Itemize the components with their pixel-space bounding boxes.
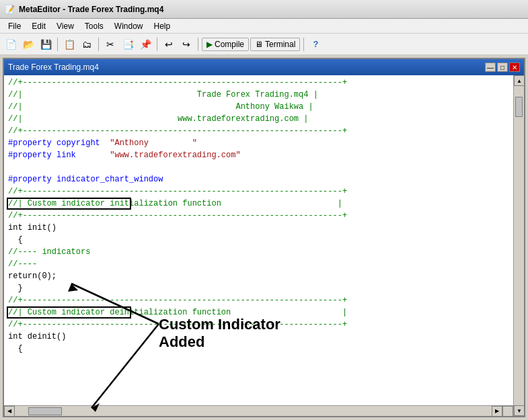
terminal-label: Terminal xyxy=(265,40,295,49)
code-line: } xyxy=(4,282,513,294)
code-line: //+-------------------------------------… xyxy=(4,77,513,89)
string-span: "www.tradeforextrading.com" xyxy=(110,149,240,161)
vertical-scrollbar[interactable]: ▲ ▼ xyxy=(513,75,524,416)
scrollbar-v-thumb[interactable] xyxy=(515,97,523,117)
copy-button[interactable]: 📑 xyxy=(120,36,136,52)
code-line: #property link "www.tradeforextrading.co… xyxy=(4,149,513,161)
properties-button[interactable]: 🗂 xyxy=(79,36,95,52)
app-icon: 📝 xyxy=(4,4,15,15)
document-window: Trade Forex Trading.mq4 — □ ✕ //+-------… xyxy=(3,58,525,417)
code-line: //+-------------------------------------… xyxy=(4,294,513,306)
code-line: return(0); xyxy=(4,270,513,282)
menu-window[interactable]: Window xyxy=(109,20,149,32)
doc-close-button[interactable]: ✕ xyxy=(509,62,520,72)
code-line: //| Anthony Waikwa | xyxy=(4,101,513,113)
doc-maximize-button[interactable]: □ xyxy=(497,62,508,72)
keyword-span: #property copyright xyxy=(8,137,110,149)
menu-file[interactable]: File xyxy=(3,20,26,32)
string-span: "Anthony " xyxy=(110,137,197,149)
code-line: int deinit() xyxy=(4,331,513,343)
scroll-right-button[interactable]: ▶ xyxy=(492,406,502,417)
scrollbar-h-track xyxy=(15,406,492,416)
compile-label: Compile xyxy=(215,40,244,49)
title-bar: 📝 MetaEditor - Trade Forex Trading.mq4 xyxy=(0,0,528,19)
scrollbar-corner xyxy=(502,406,513,417)
redo-button[interactable]: ↪ xyxy=(178,36,194,52)
code-line: #property indicator_chart_window xyxy=(4,173,513,185)
toolbar: 📄 📂 💾 📋 🗂 ✂ 📑 📌 ↩ ↪ ▶ Compile 🖥 Terminal… xyxy=(0,34,528,55)
code-line: //---- xyxy=(4,258,513,270)
code-line: { xyxy=(4,343,513,355)
code-line: //+-------------------------------------… xyxy=(4,185,513,198)
scrollbar-v-track xyxy=(514,86,524,405)
scroll-down-button[interactable]: ▼ xyxy=(514,405,524,416)
compile-icon: ▶ xyxy=(206,40,213,49)
code-line: //| Custom indicator deinitialization fu… xyxy=(4,306,513,319)
app-title: MetaEditor - Trade Forex Trading.mq4 xyxy=(19,5,163,14)
code-line xyxy=(4,161,513,173)
code-line: //---- indicators xyxy=(4,246,513,258)
keyword-span: #property indicator_chart_window xyxy=(8,173,163,185)
code-wrapper: //+-------------------------------------… xyxy=(4,75,513,416)
code-line: //+-------------------------------------… xyxy=(4,319,513,331)
save-button[interactable]: 💾 xyxy=(38,36,54,52)
undo-button[interactable]: ↩ xyxy=(161,36,177,52)
new-file-button[interactable]: 📄 xyxy=(3,36,19,52)
open-file-button[interactable]: 📂 xyxy=(20,36,36,52)
code-line: //+-------------------------------------… xyxy=(4,125,513,137)
toolbar-separator-3 xyxy=(157,38,157,51)
menu-bar: File Edit View Tools Window Help xyxy=(0,19,528,34)
keyword-span: #property link xyxy=(8,149,110,161)
code-line: //| Custom indicator initialization func… xyxy=(4,198,513,210)
code-line: { xyxy=(4,234,513,246)
code-editor[interactable]: //+-------------------------------------… xyxy=(4,75,513,405)
toolbar-separator-4 xyxy=(198,38,198,51)
horizontal-scrollbar[interactable]: ◀ ▶ xyxy=(4,405,513,416)
doc-title-bar: Trade Forex Trading.mq4 — □ ✕ xyxy=(4,59,524,75)
code-line: //| www.tradeforextrading.com | xyxy=(4,113,513,125)
scrollbar-h-thumb[interactable] xyxy=(28,407,62,415)
terminal-button[interactable]: 🖥 Terminal xyxy=(250,38,300,51)
toolbar-separator-2 xyxy=(98,38,99,51)
cut-button[interactable]: ✂ xyxy=(102,36,118,52)
paste-button[interactable]: 📌 xyxy=(137,36,153,52)
doc-title: Trade Forex Trading.mq4 xyxy=(8,62,99,72)
code-line: //+-------------------------------------… xyxy=(4,210,513,222)
menu-tools[interactable]: Tools xyxy=(79,20,109,32)
new-template-button[interactable]: 📋 xyxy=(61,36,77,52)
code-line: //| Trade Forex Trading.mq4 | xyxy=(4,89,513,101)
scroll-up-button[interactable]: ▲ xyxy=(514,75,524,86)
code-line: #property copyright "Anthony " xyxy=(4,137,513,149)
menu-help[interactable]: Help xyxy=(149,20,176,32)
code-container: //+-------------------------------------… xyxy=(4,75,524,416)
main-area: Trade Forex Trading.mq4 — □ ✕ //+-------… xyxy=(0,55,528,420)
doc-minimize-button[interactable]: — xyxy=(485,62,496,72)
menu-view[interactable]: View xyxy=(51,20,79,32)
help-button[interactable]: ? xyxy=(307,36,324,52)
compile-button[interactable]: ▶ Compile xyxy=(202,38,249,51)
toolbar-separator-5 xyxy=(303,38,304,51)
code-line: int init() xyxy=(4,222,513,234)
toolbar-separator-1 xyxy=(57,38,58,51)
doc-title-controls: — □ ✕ xyxy=(485,62,520,72)
terminal-icon: 🖥 xyxy=(255,40,263,49)
menu-edit[interactable]: Edit xyxy=(26,20,51,32)
scroll-left-button[interactable]: ◀ xyxy=(4,406,15,417)
